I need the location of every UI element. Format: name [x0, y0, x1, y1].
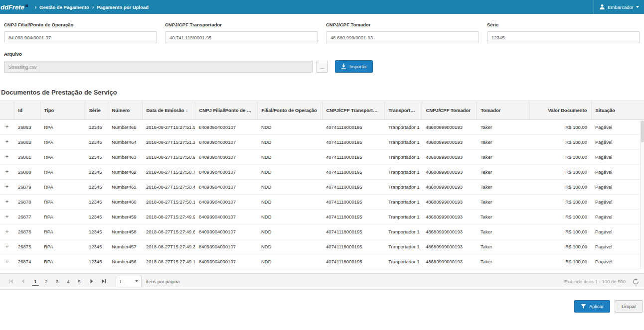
expand-row-icon[interactable]: + — [0, 209, 14, 224]
pager-page-4[interactable]: 4 — [65, 277, 72, 286]
cnpj-tomador-label: CNPJ/CPF Tomador — [326, 22, 479, 27]
col-header-transportador[interactable]: Transportador — [384, 101, 422, 119]
col-header-situacao[interactable]: Situação — [591, 101, 644, 119]
expand-row-icon[interactable]: + — [0, 254, 14, 269]
cell-transportador: Tranportador 1 — [384, 134, 422, 149]
grid-scrollbar[interactable] — [640, 120, 644, 269]
seek-first-icon — [8, 279, 13, 284]
importar-button[interactable]: Importar — [335, 60, 373, 73]
cell-serie: 12345 — [85, 179, 108, 194]
cell-cnpj-tomador: 48680999000193 — [422, 239, 477, 254]
expand-row-icon[interactable]: + — [0, 194, 14, 209]
cell-data-emissao: 2018-08-27T15:27:49.647 — [142, 224, 195, 239]
col-header-cnpj-tomador[interactable]: CNPJ/CPF Tomador — [422, 101, 477, 119]
grid-scrollbar-thumb[interactable] — [641, 120, 644, 142]
cell-data-emissao: 2018-08-27T15:27:50.727 — [142, 164, 195, 179]
arrow-next-icon — [89, 279, 94, 284]
breadcrumb-pagamento-por-upload[interactable]: Pagamento por Upload — [97, 4, 149, 10]
col-header-expand — [0, 101, 14, 119]
cell-data-emissao: 2018-08-27T15:27:51.257 — [142, 134, 195, 149]
pager-page-2[interactable]: 2 — [43, 277, 50, 286]
documents-table: Id Tipo Série Número Data de Emissão↓ CN… — [0, 101, 644, 269]
col-header-tomador[interactable]: Tomador — [477, 101, 529, 119]
col-header-serie[interactable]: Série — [85, 101, 108, 119]
cell-situacao: Pagável — [591, 194, 644, 209]
cell-transportador: Tranportador 1 — [384, 119, 422, 134]
arquivo-input[interactable] — [4, 61, 313, 73]
cell-tipo: RPA — [40, 149, 85, 164]
pager-last-button[interactable] — [98, 275, 110, 287]
cell-tomador: Taker — [477, 134, 529, 149]
browse-file-button[interactable]: ... — [317, 61, 328, 73]
cell-situacao: Pagável — [591, 149, 644, 164]
expand-row-icon[interactable]: + — [0, 224, 14, 239]
serie-group: Série — [487, 22, 640, 43]
cell-cnpj-filial: 84093904000107 — [195, 179, 257, 194]
app-logo[interactable]: ddFrete — [0, 4, 32, 10]
arquivo-group: Arquivo — [4, 51, 313, 73]
cell-id: 26878 — [14, 194, 40, 209]
expand-row-icon[interactable]: + — [0, 119, 14, 134]
cell-numero: Number458 — [108, 224, 142, 239]
cell-numero: Number462 — [108, 164, 142, 179]
logo-square-icon — [25, 4, 28, 7]
filter-row: CNPJ Filial/Ponto de Operação CNPJ/CPF T… — [4, 22, 640, 43]
serie-label: Série — [487, 22, 640, 27]
col-header-filial[interactable]: Filial/Ponto de Operação — [257, 101, 322, 119]
col-header-data-emissao[interactable]: Data de Emissão↓ — [142, 101, 195, 119]
aplicar-button[interactable]: Aplicar — [574, 300, 610, 313]
expand-row-icon[interactable]: + — [0, 134, 14, 149]
pager-page-1[interactable]: 1 — [32, 277, 39, 286]
cell-tomador: Taker — [477, 209, 529, 224]
cell-serie: 12345 — [85, 119, 108, 134]
file-row: Arquivo ... Importar — [4, 51, 640, 73]
limpar-button[interactable]: Limpar — [615, 300, 643, 313]
col-header-id[interactable]: Id — [14, 101, 40, 119]
cell-tipo: RPA — [40, 239, 85, 254]
cnpj-tomador-input[interactable] — [326, 31, 479, 43]
cell-numero: Number465 — [108, 119, 142, 134]
cell-valor: R$ 100,00 — [529, 254, 591, 269]
expand-row-icon[interactable]: + — [0, 149, 14, 164]
cell-id: 26879 — [14, 179, 40, 194]
cell-transportador: Tranportador 1 — [384, 194, 422, 209]
cnpj-filial-input[interactable] — [4, 31, 157, 43]
cell-filial: NDD — [257, 179, 322, 194]
cell-cnpj-filial: 84093904000107 — [195, 194, 257, 209]
chevron-down-icon — [636, 6, 639, 8]
expand-row-icon[interactable]: + — [0, 179, 14, 194]
expand-row-icon[interactable]: + — [0, 164, 14, 179]
logo-text: ddFrete — [0, 4, 24, 10]
cell-tipo: RPA — [40, 179, 85, 194]
pager-first-button[interactable] — [5, 275, 17, 287]
cell-transportador: Tranportador 1 — [384, 179, 422, 194]
cell-numero: Number463 — [108, 149, 142, 164]
cell-cnpj-transportador: 40741118000195 — [322, 254, 384, 269]
pager-next-button[interactable] — [86, 275, 98, 287]
pager-status: Exibindo itens 1 - 100 de 500 — [564, 279, 626, 284]
table-row: +26880RPA12345Number4622018-08-27T15:27:… — [0, 164, 644, 179]
col-header-valor-documento[interactable]: Valor Documento — [529, 101, 591, 119]
user-menu[interactable]: Embarcador — [594, 0, 644, 14]
col-header-numero[interactable]: Número — [108, 101, 142, 119]
breadcrumb-gestao-de-pagamento[interactable]: Gestão de Pagamento — [39, 4, 89, 10]
serie-input[interactable] — [487, 31, 640, 43]
cell-valor: R$ 100,00 — [529, 209, 591, 224]
cell-filial: NDD — [257, 194, 322, 209]
cell-filial: NDD — [257, 254, 322, 269]
table-row: +26883RPA12345Number4652018-08-27T15:27:… — [0, 119, 644, 134]
cell-filial: NDD — [257, 149, 322, 164]
expand-row-icon[interactable]: + — [0, 239, 14, 254]
cell-cnpj-tomador: 48680999000193 — [422, 254, 477, 269]
col-header-cnpj-transportador[interactable]: CNPJ/CPF Transportador — [322, 101, 384, 119]
pager-page-5[interactable]: 5 — [76, 277, 83, 286]
page-size-dropdown[interactable]: 1... — [116, 276, 142, 287]
col-header-cnpj-filial[interactable]: CNPJ Filial/Ponto de Operação — [195, 101, 257, 119]
cell-numero: Number459 — [108, 209, 142, 224]
pager-page-3[interactable]: 3 — [54, 277, 61, 286]
cnpj-transportador-input[interactable] — [165, 31, 318, 43]
refresh-button[interactable] — [633, 278, 639, 285]
pager-prev-button[interactable] — [17, 275, 29, 287]
col-header-tipo[interactable]: Tipo — [40, 101, 85, 119]
cell-cnpj-transportador: 40741118000195 — [322, 149, 384, 164]
